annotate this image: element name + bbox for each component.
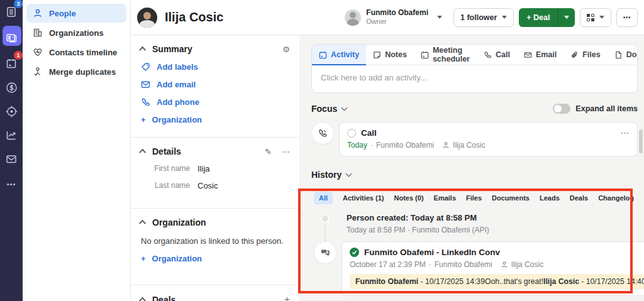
details-more-button[interactable]: ⋯	[282, 147, 290, 156]
filter-deals[interactable]: Deals	[570, 194, 588, 202]
tab-label: Meeting scheduler	[433, 46, 470, 63]
call-card[interactable]: Call ⋯ Today · Funmito Obafemi Ilija Cos…	[339, 122, 638, 156]
ellipsis-icon: ⋯	[623, 13, 631, 22]
sidebar-item-organizations[interactable]: Organizations	[26, 23, 126, 42]
history-title: History	[311, 170, 341, 180]
tab-label: Documents	[626, 50, 638, 59]
mail-icon	[6, 153, 17, 165]
chevron-down-icon	[599, 16, 604, 19]
field-last-name[interactable]: Last name Cosic	[141, 181, 290, 190]
filter-changelog[interactable]: Changelog	[598, 194, 634, 202]
layout-switcher-button[interactable]	[580, 8, 611, 27]
collapse-chevron-icon[interactable]	[139, 220, 146, 227]
collapse-chevron-icon[interactable]	[139, 47, 146, 53]
field-value: Cosic	[197, 181, 218, 190]
add-deal-plus-button[interactable]: +	[284, 294, 290, 301]
collapse-chevron-icon[interactable]	[139, 149, 146, 156]
note-preview-text: Funmito Obafemi - 10/17/2025 14:39Ooh..t…	[355, 277, 644, 286]
sidebar-item-label: Merge duplicates	[49, 67, 116, 77]
history-item-linkedin: Funmito Obafemi - LinkedIn Conv ⋯ Octobe…	[314, 241, 638, 296]
sidebar-item-contacts-timeline[interactable]: Contacts timeline	[26, 43, 126, 62]
add-phone-label: Add phone	[157, 97, 199, 107]
rail-item-leads[interactable]: 3	[0, 0, 23, 24]
filter-activities[interactable]: Activities (1)	[343, 194, 384, 202]
history-filter-bar: All Activities (1) Notes (0) Emails File…	[311, 192, 638, 204]
filter-documents[interactable]: Documents	[492, 194, 530, 202]
rail-item-mail[interactable]	[0, 147, 23, 171]
tab-email[interactable]: Email	[517, 45, 564, 65]
details-section: Details ✎ ⋯ First name Ilija Last name C…	[131, 138, 300, 202]
add-organization-link[interactable]: + Organization	[141, 115, 290, 124]
add-labels-link[interactable]: Add labels	[141, 62, 290, 72]
tab-label: Notes	[385, 50, 407, 59]
card-more-button[interactable]: ⋯	[621, 128, 630, 138]
collapse-chevron-icon[interactable]	[139, 297, 146, 301]
person-avatar[interactable]	[137, 8, 157, 28]
rail-item-calendar[interactable]: 1	[0, 52, 23, 75]
owner-avatar	[345, 9, 361, 26]
filter-leads[interactable]: Leads	[540, 194, 560, 202]
add-deal-button[interactable]: + Deal	[519, 8, 574, 27]
timeline-dot	[321, 214, 330, 223]
activity-work-area: Activity Notes Meeting scheduler Call Em…	[301, 35, 644, 301]
deal-dropdown-button[interactable]	[558, 8, 575, 27]
filter-notes[interactable]: Notes (0)	[394, 194, 423, 202]
owner-selector[interactable]: Funmito Obafemi Owner	[345, 8, 442, 26]
tab-meeting-scheduler[interactable]: Meeting scheduler	[414, 45, 477, 65]
rail-item-insights[interactable]	[0, 123, 23, 147]
sidebar-item-people[interactable]: People	[26, 4, 126, 23]
person-icon	[442, 141, 450, 149]
filter-emails[interactable]: Emails	[434, 194, 456, 202]
focus-header: Focus Expand all items	[311, 104, 638, 114]
filter-all[interactable]: All	[314, 192, 333, 204]
linkedin-person: Ilija Cosic	[511, 260, 543, 269]
call-owner: Funmito Obafemi	[376, 141, 434, 150]
rail-item-deals[interactable]	[0, 75, 23, 99]
add-email-link[interactable]: Add email	[141, 80, 290, 89]
linkedin-card-title: Funmito Obafemi - LinkedIn Conv	[364, 248, 500, 257]
chevron-down-icon[interactable]	[341, 105, 348, 111]
add-deal-label[interactable]: + Deal	[519, 8, 558, 27]
tab-call[interactable]: Call	[477, 45, 517, 65]
pencil-icon[interactable]: ✎	[265, 147, 272, 156]
summary-title: Summary	[152, 44, 192, 54]
rail-item-more[interactable]: •••	[0, 172, 23, 196]
tab-activity[interactable]: Activity	[312, 45, 366, 65]
tab-notes[interactable]: Notes	[366, 45, 414, 65]
mark-done-checkbox[interactable]	[347, 129, 356, 138]
plus-icon: +	[141, 115, 146, 124]
tab-files[interactable]: Files	[564, 45, 608, 65]
linkedin-card[interactable]: Funmito Obafemi - LinkedIn Conv ⋯ Octobe…	[341, 241, 644, 296]
page-title: Ilija Cosic	[165, 10, 223, 25]
chevron-down-icon[interactable]	[346, 171, 352, 177]
filter-files[interactable]: Files	[466, 194, 482, 202]
summary-section: Summary ⚙ Add labels Add email Add phone…	[131, 35, 300, 131]
history-header: History	[311, 170, 638, 180]
add-phone-link[interactable]: Add phone	[141, 97, 290, 107]
field-value: Ilija	[197, 164, 210, 173]
add-organization-link-2[interactable]: + Organization	[141, 254, 290, 263]
person-detail-panel: Summary ⚙ Add labels Add email Add phone…	[131, 35, 301, 301]
scrollbar-thumb[interactable]	[639, 129, 643, 153]
call-person: Ilija Cosic	[453, 141, 485, 150]
tab-documents[interactable]: Documents	[608, 45, 638, 65]
paperclip-icon	[570, 51, 579, 59]
gear-icon[interactable]: ⚙	[282, 45, 290, 54]
done-check-icon[interactable]	[350, 248, 359, 257]
header-more-button[interactable]: ⋯	[616, 8, 638, 27]
add-email-label: Add email	[157, 80, 196, 89]
expand-all-toggle[interactable]	[553, 104, 570, 114]
rail-item-campaigns[interactable]	[0, 99, 23, 123]
activity-input[interactable]: Click here to add an activity...	[312, 65, 637, 92]
calendar-icon	[319, 51, 327, 59]
organization-section: Organization No organization is linked t…	[131, 209, 300, 278]
focus-call-row: Call ⋯ Today · Funmito Obafemi Ilija Cos…	[311, 122, 638, 156]
note-preview-bar[interactable]: Funmito Obafemi - 10/17/2025 14:39Ooh..t…	[350, 274, 644, 289]
calendar-badge: 1	[14, 51, 23, 60]
rail-item-contacts[interactable]	[0, 24, 23, 52]
sidebar-item-merge-duplicates[interactable]: Merge duplicates	[26, 62, 126, 81]
followers-button[interactable]: 1 follower	[453, 8, 514, 27]
heart-pulse-icon	[33, 47, 43, 57]
field-first-name[interactable]: First name Ilija	[141, 164, 290, 173]
sidebar-item-label: People	[49, 9, 76, 18]
